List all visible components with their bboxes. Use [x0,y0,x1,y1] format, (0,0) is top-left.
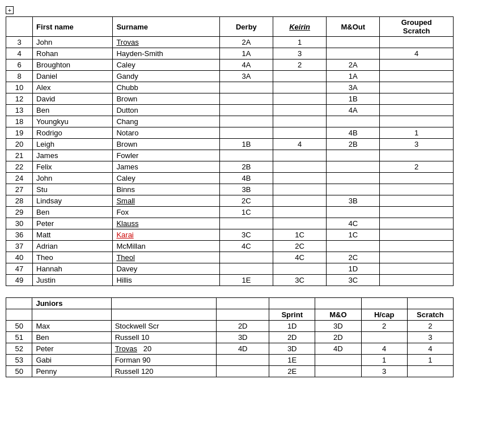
juniors-sub-hcap: H/cap [361,309,407,321]
juniors-sub-derby [217,309,269,321]
table-row: 18YoungkyuChang [6,116,454,127]
table-row: 49JustinHillis1E3C3C [6,275,454,286]
juniors-col-derby [217,298,269,309]
juniors-sub-mo: M&O [315,309,361,321]
table-row: 22FelixJames2B2 [6,161,454,173]
juniors-sub-sprint: Sprint [269,309,315,321]
col-header-num [6,17,33,37]
table-row: 24JohnCaley4B [6,173,454,184]
table-row: 40TheoTheol4C2C [6,252,454,263]
table-row: 51BenRussell 103D2D2D3 [6,332,454,343]
table-row: 29BenFox1C [6,207,454,218]
table-row: 21JamesFowler [6,150,454,161]
juniors-col-sprint [269,298,315,309]
col-header-surname: Surname [113,17,219,37]
juniors-col-scratch [407,298,453,309]
table-row: 10AlexChubb3A [6,82,454,93]
table-row: 13BenDutton4A [6,105,454,116]
table-row: 37AdrianMcMillan4C2C [6,241,454,252]
table-row: 53GabiForman 901E11 [6,355,454,366]
juniors-sub-num [6,309,32,321]
juniors-sub-scratch: Scratch [407,309,453,321]
table-row: 20LeighBrown1B42B3 [6,139,454,150]
juniors-col-label: Juniors [32,298,111,309]
table-row: 47HannahDavey1D [6,263,454,275]
col-header-grouped: GroupedScratch [380,17,454,37]
table-row: 12DavidBrown1B [6,93,454,105]
col-header-derby: Derby [219,17,273,37]
table-row: 6BroughtonCaley4A22A [6,59,454,71]
juniors-sub-first [32,309,111,321]
table-row: 27StuBinns3B [6,184,454,195]
table-row: 36MattKarai3C1C1C [6,229,454,241]
juniors-col-hcap [361,298,407,309]
table-row: 50PennyRussell 1202E3 [6,366,454,377]
table-row: 50MaxStockwell Scr2D1D3D22 [6,321,454,332]
table-row: 28LindsaySmall2C3B [6,195,454,207]
juniors-col-mo [315,298,361,309]
table-row: 19RodrigoNotaro4B1 [6,127,454,139]
table-row: 4RohanHayden-Smith1A34 [6,48,454,59]
juniors-col-num [6,298,32,309]
main-table: First name Surname Derby Keirin M&Out Gr… [6,16,454,286]
juniors-table: Juniors Sprint M&O H/cap Scratch 50MaxSt… [6,297,454,377]
table-row: 52PeterTrovas 204D3D4D44 [6,343,454,355]
table-row: 30PeterKlauss4C [6,218,454,229]
juniors-sub-surname [111,309,217,321]
col-header-mout: M&Out [327,17,380,37]
col-header-firstname: First name [33,17,113,37]
col-header-keirin: Keirin [273,17,327,37]
juniors-col-surname [111,298,217,309]
table-row: 8DanielGandy3A1A [6,71,454,82]
table-row: 3JohnTrovas2A1 [6,37,454,48]
expand-icon[interactable]: + [6,6,14,14]
